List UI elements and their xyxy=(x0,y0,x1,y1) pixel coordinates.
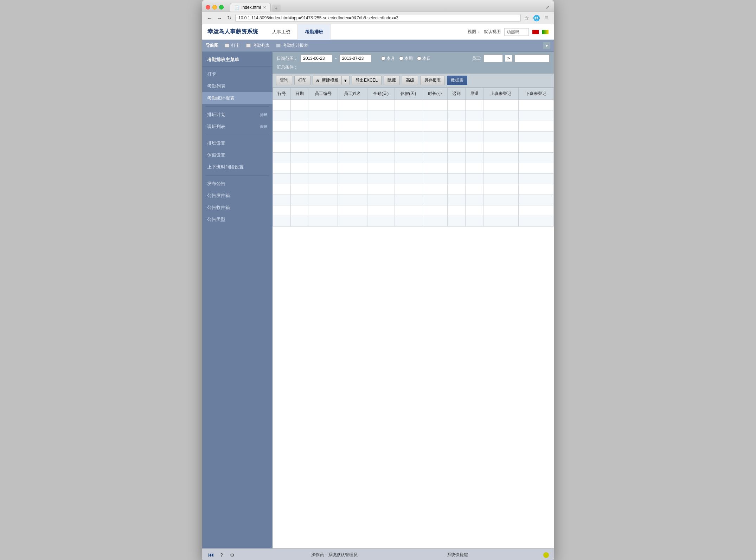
url-input[interactable] xyxy=(235,14,521,22)
radio-today[interactable]: 本日 xyxy=(417,56,431,62)
sidebar-schedule-settings-label: 排班设置 xyxy=(207,140,225,146)
radio-this-week[interactable]: 本周 xyxy=(399,56,413,62)
sidebar-schedule-plan-badge: 排班 xyxy=(260,112,268,117)
back-nav-icon[interactable]: ⏮ xyxy=(207,551,215,559)
date-from-input[interactable] xyxy=(301,55,332,62)
summary-label: 汇总条件： xyxy=(277,64,298,70)
sub-nav-dropdown-button[interactable]: ▼ xyxy=(543,42,550,49)
sub-nav-attendance-list-label: 考勤列表 xyxy=(253,43,270,49)
sidebar-separator-1 xyxy=(206,106,269,107)
attendance-list-checkbox-icon xyxy=(246,44,251,47)
maximize-button[interactable] xyxy=(219,5,224,9)
sidebar-item-notice-outbox[interactable]: 公告发件箱 xyxy=(202,190,273,202)
advanced-button[interactable]: 高级 xyxy=(402,76,418,85)
sidebar-notice-inbox-label: 公告收件箱 xyxy=(207,204,230,211)
data-table-button[interactable]: 数据表 xyxy=(447,76,467,85)
sidebar-notice-type-label: 公告类型 xyxy=(207,216,225,223)
table-row xyxy=(273,132,554,142)
forward-button[interactable]: → xyxy=(216,14,223,22)
sub-nav-attendance-report[interactable]: 考勤统计报表 xyxy=(274,42,310,49)
view-value: 默认视图 xyxy=(484,29,501,35)
employee-name-input[interactable] xyxy=(514,55,550,62)
col-date: 日期 xyxy=(290,88,308,100)
app-header: 幸运鸟人事薪资系统 人事工资 考勤排班 视图： 默认视图 xyxy=(202,24,554,40)
new-template-dropdown-button[interactable]: ▼ xyxy=(341,76,350,85)
printer-icon: 🖨 xyxy=(316,78,320,83)
table-container[interactable]: 行号 日期 员工编号 员工姓名 全勤(天) 休假(天) 时长(小 迟到 早退 上… xyxy=(273,88,554,548)
date-dash: - xyxy=(335,56,337,61)
browser-tab-active[interactable]: 📄 index.html ✕ xyxy=(230,3,271,12)
save-report-button[interactable]: 另存报表 xyxy=(420,76,445,85)
date-to-input[interactable] xyxy=(340,55,371,62)
flag-color-icon xyxy=(542,30,549,34)
sidebar-item-publish-notice[interactable]: 发布公告 xyxy=(202,178,273,190)
radio-today-input[interactable] xyxy=(417,56,421,61)
tab-attendance[interactable]: 考勤排班 xyxy=(298,24,331,40)
func-code-input[interactable] xyxy=(504,28,529,36)
tab-attendance-label: 考勤排班 xyxy=(305,29,323,35)
sidebar-item-leave-settings[interactable]: 休假设置 xyxy=(202,149,273,161)
sub-nav-bar: 导航图 打卡 考勤列表 考勤统计报表 ▼ xyxy=(202,40,554,52)
sidebar-attendance-list-label: 考勤列表 xyxy=(207,83,225,89)
table-row xyxy=(273,163,554,174)
sidebar-item-workhour-settings[interactable]: 上下班时间段设置 xyxy=(202,161,273,173)
sidebar-item-notice-type[interactable]: 公告类型 xyxy=(202,214,273,225)
sidebar-item-attendance-list[interactable]: 考勤列表 xyxy=(202,80,273,92)
header-right: 视图： 默认视图 xyxy=(468,28,549,36)
sidebar-item-schedule-plan[interactable]: 排班计划 排班 xyxy=(202,109,273,121)
table-body xyxy=(273,100,554,227)
sidebar-separator-3 xyxy=(206,175,269,176)
print-button[interactable]: 打印 xyxy=(294,76,310,85)
radio-this-week-input[interactable] xyxy=(399,56,403,61)
tab-hr-payroll[interactable]: 人事工资 xyxy=(265,24,298,40)
table-row xyxy=(273,216,554,227)
app-container: 幸运鸟人事薪资系统 人事工资 考勤排班 视图： 默认视图 导航图 xyxy=(202,24,554,560)
hide-button[interactable]: 隐藏 xyxy=(384,76,400,85)
employee-search-button[interactable]: > xyxy=(505,55,512,62)
table-row xyxy=(273,110,554,121)
employee-id-input[interactable] xyxy=(483,55,503,62)
sidebar-shift-change-label: 调班列表 xyxy=(207,123,225,130)
sidebar-item-schedule-settings[interactable]: 排班设置 xyxy=(202,137,273,149)
back-button[interactable]: ← xyxy=(206,14,213,22)
menu-icon[interactable]: ≡ xyxy=(543,14,550,22)
help-icon[interactable]: ? xyxy=(218,551,225,559)
app-footer: ⏮ ? ⚙ 操作员：系统默认管理员 系统快捷键 xyxy=(202,548,554,560)
query-button[interactable]: 查询 xyxy=(276,76,292,85)
export-excel-label: 导出EXCEL xyxy=(355,78,378,83)
sidebar-checkin-label: 打卡 xyxy=(207,71,216,77)
filter-bar: 日期范围： - 本月 本周 xyxy=(273,52,554,74)
radio-this-month[interactable]: 本月 xyxy=(381,56,395,62)
data-table: 行号 日期 员工编号 员工姓名 全勤(天) 休假(天) 时长(小 迟到 早退 上… xyxy=(273,88,554,227)
globe-icon[interactable]: 🌐 xyxy=(533,14,540,22)
radio-this-month-input[interactable] xyxy=(381,56,385,61)
sidebar-workhour-settings-label: 上下班时间段设置 xyxy=(207,164,244,170)
tab-close-icon[interactable]: ✕ xyxy=(263,5,266,10)
sidebar-item-notice-inbox[interactable]: 公告收件箱 xyxy=(202,202,273,214)
export-excel-button[interactable]: 导出EXCEL xyxy=(352,76,382,85)
sidebar-item-attendance-report[interactable]: 考勤统计报表 xyxy=(202,92,273,104)
sub-nav-checkin[interactable]: 打卡 xyxy=(223,42,242,49)
minimize-button[interactable] xyxy=(212,5,217,9)
tabs-bar: 📄 index.html ✕ + xyxy=(230,3,542,12)
sidebar-item-shift-change[interactable]: 调班列表 调班 xyxy=(202,121,273,133)
app-nav-tabs: 人事工资 考勤排班 xyxy=(265,24,331,40)
window-maximize-icon[interactable]: ⤢ xyxy=(545,5,550,10)
close-button[interactable] xyxy=(206,5,210,9)
main-layout: 考勤排班主菜单 打卡 考勤列表 考勤统计报表 排班计划 排班 调班列表 调班 xyxy=(202,52,554,548)
footer-operator: 操作员：系统默认管理员 xyxy=(311,552,358,558)
new-template-button[interactable]: 🖨 新建模板 xyxy=(313,76,341,85)
hotkeys-label: 系统快捷键 xyxy=(447,552,468,557)
sidebar-item-checkin[interactable]: 打卡 xyxy=(202,68,273,80)
bookmark-icon[interactable]: ☆ xyxy=(523,14,531,22)
sub-nav-attendance-list[interactable]: 考勤列表 xyxy=(244,42,272,49)
attendance-report-checkbox-icon xyxy=(276,44,281,47)
col-emp-name: 员工姓名 xyxy=(338,88,367,100)
gear-icon[interactable]: ⚙ xyxy=(228,551,236,559)
refresh-button[interactable]: ↻ xyxy=(225,14,233,22)
sub-nav-label: 导航图 xyxy=(206,43,218,49)
new-tab-button[interactable]: + xyxy=(272,5,281,12)
address-bar: ← → ↻ ☆ 🌐 ≡ xyxy=(202,12,554,24)
table-row xyxy=(273,174,554,184)
radio-this-month-label: 本月 xyxy=(386,56,395,62)
